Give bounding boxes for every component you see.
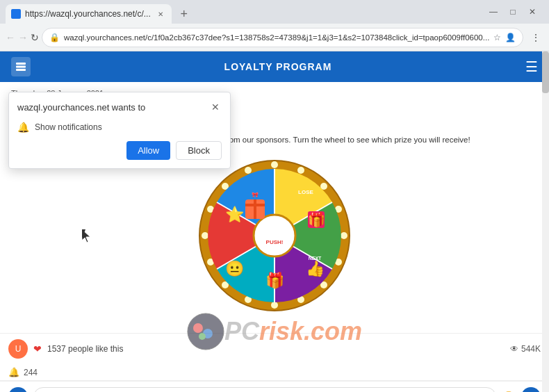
comment-right: 🙂 — [502, 387, 541, 392]
svg-point-19 — [245, 167, 252, 174]
browser-frame: https://wazql.yourchances.net/c/... ✕ + … — [0, 0, 549, 392]
svg-text:🎀: 🎀 — [252, 191, 259, 198]
share-icon: 🔔 — [8, 367, 19, 377]
block-button[interactable]: Block — [176, 141, 222, 160]
svg-text:😐: 😐 — [225, 259, 245, 278]
send-button[interactable] — [521, 387, 541, 392]
svg-point-8 — [341, 232, 347, 239]
bell-icon: 🔔 — [17, 122, 29, 133]
scrollbar-track — [542, 51, 549, 392]
svg-point-12 — [271, 302, 278, 309]
allow-button[interactable]: Allow — [126, 141, 170, 160]
popup-notif-text: Show notifications — [35, 122, 102, 132]
tab-area: https://wazql.yourchances.net/c/... ✕ + — [6, 0, 194, 24]
hamburger-menu-icon[interactable]: ☰ — [525, 58, 538, 75]
comment-avatar — [8, 387, 28, 392]
svg-point-26 — [254, 215, 295, 256]
heart-icon: ❤ — [33, 343, 42, 354]
svg-point-5 — [297, 167, 304, 174]
spin-wheel[interactable]: 🎀 🎁 👍 🎁 😐 ⭐ — [198, 159, 351, 312]
url-text: wazql.yourchances.net/c/1f0a2cb367c37dee… — [64, 33, 489, 42]
tab-favicon — [11, 9, 21, 19]
lock-icon: 🔒 — [49, 33, 60, 42]
user-avatar: U — [8, 339, 28, 359]
view-count: 👁 544K — [510, 344, 541, 354]
svg-text:🎁: 🎁 — [265, 271, 285, 290]
maximize-button[interactable]: □ — [507, 6, 518, 17]
svg-text:⭐: ⭐ — [225, 205, 245, 224]
comment-input[interactable] — [33, 387, 496, 392]
window-controls: — □ ✕ — [488, 6, 543, 17]
minimize-button[interactable]: — — [488, 6, 499, 17]
svg-rect-0 — [16, 63, 26, 65]
popup-body: 🔔 Show notifications Allow Block — [9, 117, 230, 168]
nav-right: ⋮ — [526, 28, 546, 47]
comment-bar: 🙂 — [0, 381, 549, 392]
new-tab-button[interactable]: + — [174, 4, 194, 24]
svg-text:NEXT: NEXT — [309, 256, 322, 261]
popup-notification-row: 🔔 Show notifications — [17, 122, 222, 133]
like-count: 1537 people like this — [47, 344, 123, 354]
scrollbar-thumb[interactable] — [542, 51, 549, 93]
title-bar: https://wazql.yourchances.net/c/... ✕ + … — [0, 0, 549, 24]
eye-icon: 👁 — [510, 344, 518, 354]
wheel-container[interactable]: 🎀 🎁 👍 🎁 😐 ⭐ — [11, 152, 538, 326]
view-count-text: 544K — [521, 344, 541, 354]
svg-rect-1 — [16, 66, 26, 68]
share-row: 🔔 244 — [0, 364, 549, 381]
popup-buttons: Allow Block — [17, 141, 222, 160]
svg-text:LOSE: LOSE — [298, 189, 313, 195]
close-button[interactable]: ✕ — [527, 6, 538, 17]
notification-popup: wazql.yourchances.net wants to ✕ 🔔 Show … — [8, 92, 231, 169]
popup-header: wazql.yourchances.net wants to ✕ — [9, 92, 230, 117]
back-button[interactable]: ← — [6, 28, 15, 47]
site-header: LOYALTY PROGRAM ☰ — [0, 51, 549, 82]
more-options-button[interactable]: ⋮ — [526, 28, 546, 47]
svg-rect-2 — [16, 69, 26, 71]
address-bar[interactable]: 🔒 wazql.yourchances.net/c/1f0a2cb367c37d… — [42, 28, 523, 47]
reload-button[interactable]: ↻ — [31, 28, 39, 47]
tab-title: https://wazql.yourchances.net/c/... — [25, 9, 151, 19]
tab-close-button[interactable]: ✕ — [155, 8, 166, 19]
browser-tab[interactable]: https://wazql.yourchances.net/c/... ✕ — [6, 4, 172, 24]
svg-text:🎁: 🎁 — [308, 211, 325, 228]
forward-button[interactable]: → — [18, 28, 28, 47]
svg-point-16 — [202, 232, 208, 239]
popup-title: wazql.yourchances.net wants to — [17, 102, 145, 113]
site-logo-icon — [11, 57, 31, 76]
account-icon[interactable]: 👤 — [505, 33, 516, 42]
svg-text:👍: 👍 — [306, 259, 325, 278]
svg-rect-29 — [254, 199, 256, 219]
page-content: wazql.yourchances.net wants to ✕ 🔔 Show … — [0, 51, 549, 392]
svg-point-4 — [271, 161, 278, 168]
social-bar: U ❤ 1537 people like this 👁 544K — [0, 333, 549, 364]
svg-text:PUSH!: PUSH! — [266, 239, 284, 245]
star-icon[interactable]: ☆ — [493, 33, 501, 42]
share-count: 244 — [24, 368, 38, 377]
site-logo-area — [11, 57, 31, 76]
nav-bar: ← → ↻ 🔒 wazql.yourchances.net/c/1f0a2cb3… — [0, 24, 549, 51]
site-title: LOYALTY PROGRAM — [224, 61, 332, 72]
popup-close-button[interactable]: ✕ — [209, 101, 222, 113]
